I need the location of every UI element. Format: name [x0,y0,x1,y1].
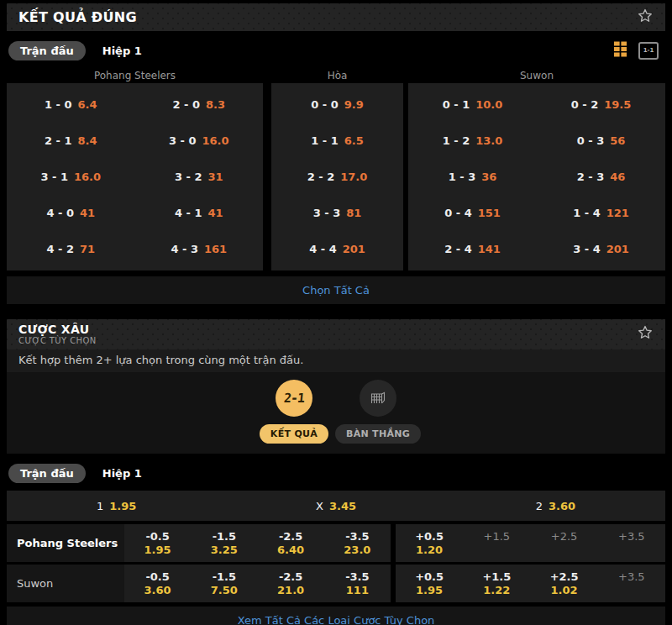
option-goals[interactable]: BÀN THẮNG [342,380,414,444]
handicap-line: -1.5 [213,570,236,584]
score-label: 1 - 2 [443,134,470,147]
score-view-icon[interactable]: 1-1 [638,42,659,60]
score-label: 2 - 2 [307,171,335,183]
score-label: 1 - 3 [449,171,476,183]
score-odds-item[interactable]: 2 - 18.4 [45,134,97,147]
score-label: 4 - 0 [46,207,74,219]
score-label: 2 - 4 [444,243,472,255]
score-odds-item[interactable]: 3 - 4201 [573,243,629,255]
handicap-cell[interactable]: +2.51.02 [531,565,598,602]
correct-score-panels: 1 - 06.4 2 - 08.3 2 - 18.4 3 - 016.0 3 -… [7,83,665,270]
handicap-cell: +3.5 [598,524,665,562]
score-odds-item[interactable]: 0 - 110.0 [443,98,503,111]
odds-value: 46 [610,171,625,183]
handicap-cell[interactable]: +1.51.22 [463,565,530,602]
score-odds-item[interactable]: 4 - 4201 [309,243,365,255]
odds-value: 161 [204,243,227,255]
odds-cell-home-win[interactable]: 1 1.95 [7,491,226,521]
scoreboard-digits: 2-1 [283,391,305,406]
score-odds-item[interactable]: 2 - 217.0 [307,171,368,183]
score-odds-item[interactable]: 3 - 116.0 [40,171,101,183]
view-all-bets-link[interactable]: Xem Tất Cả Các Loại Cược Tùy Chọn [7,607,665,625]
score-odds-item[interactable]: 1 - 213.0 [443,134,503,147]
score-odds-item[interactable]: 3 - 231 [175,171,223,183]
score-odds-item[interactable]: 4 - 271 [46,243,95,255]
odds-value: 16.0 [202,134,228,147]
handicap-line: -2.5 [279,530,302,544]
score-odds-item[interactable]: 0 - 4151 [444,207,501,219]
score-odds-item[interactable]: 1 - 06.4 [45,98,97,111]
grid-view-icon[interactable] [612,40,628,61]
odds-value: 10.0 [475,98,502,111]
score-odds-item[interactable]: 2 - 346 [577,171,626,183]
odds-value: 3.45 [329,500,356,512]
odds-value: 17.0 [340,171,367,183]
odds-value: 16.0 [74,171,101,183]
parlay-header: CƯỢC XÂU CƯỢC TÙY CHỌN [7,319,665,349]
score-odds-item[interactable]: 4 - 041 [46,207,95,219]
odds-value: 56 [610,134,625,147]
correct-score-column-headers: Pohang Steelers Hòa Suwon [7,68,665,83]
odds-cell-draw[interactable]: X 3.45 [226,491,445,521]
handicap-cell[interactable]: -3.523.0 [324,524,391,562]
odds-value: 8.3 [206,98,225,111]
odds-cell-away-win[interactable]: 2 3.60 [446,491,665,521]
score-label: 4 - 1 [175,207,202,219]
score-odds-item[interactable]: 0 - 356 [577,134,626,147]
favorite-star-icon[interactable] [637,324,654,344]
score-odds-item[interactable]: 1 - 16.5 [311,134,364,147]
tab-first-half[interactable]: Hiệp 1 [102,467,142,480]
handicap-odds: 1.22 [483,584,510,597]
score-odds-item[interactable]: 1 - 336 [449,171,497,183]
handicap-line: -0.5 [145,530,169,544]
handicap-cell[interactable]: -2.56.40 [258,524,324,562]
odds-value: 3.60 [549,500,575,512]
odds-value: 6.5 [344,134,364,147]
tab-first-half[interactable]: Hiệp 1 [102,45,142,57]
odds-value: 121 [606,207,629,219]
score-odds-item[interactable]: 4 - 141 [175,207,223,219]
odds-value: 81 [346,207,361,219]
score-odds-item[interactable]: 4 - 3161 [171,243,227,255]
score-odds-item[interactable]: 1 - 4121 [573,207,629,219]
score-label: 1 - 4 [573,207,601,219]
parlay-subtitle: CƯỢC TÙY CHỌN [18,336,97,346]
score-label: 1 - 1 [311,134,339,147]
score-label: 0 - 1 [443,98,470,111]
handicap-row-away: Suwon -0.53.60 -1.57.50 -2.521.0 -3.5111… [7,565,665,602]
handicap-cell[interactable]: +0.51.20 [396,524,463,562]
favorite-star-icon[interactable] [637,8,654,28]
score-odds-item[interactable]: 0 - 09.9 [311,98,364,111]
handicap-line: +1.5 [484,530,511,544]
score-odds-item[interactable]: 2 - 08.3 [172,98,225,111]
handicap-cell[interactable]: -2.521.0 [258,565,324,602]
option-correct-score[interactable]: 2-1 KẾT QUẢ [258,380,330,444]
score-label: 3 - 1 [40,171,68,183]
handicap-cell[interactable]: +0.51.95 [396,565,463,602]
odds-value: 19.5 [604,98,631,111]
goal-icon [360,380,396,417]
handicap-odds: 1.95 [144,544,171,557]
tab-match[interactable]: Trận đấu [8,464,86,483]
handicap-line: -3.5 [345,530,369,544]
score-label: 0 - 2 [571,98,599,111]
select-all-link[interactable]: Chọn Tất Cả [7,276,665,304]
away-score-panel: 0 - 110.0 0 - 219.5 1 - 213.0 0 - 356 1 … [408,83,665,270]
handicap-line: +2.5 [551,530,578,544]
parlay-options: 2-1 KẾT QUẢ BÀN THẮNG [7,372,665,454]
tab-match[interactable]: Trận đấu [8,41,86,60]
score-label: 3 - 4 [573,243,601,255]
selection-label: X [316,500,323,512]
one-x-two-row: 1 1.95 X 3.45 2 3.60 [7,491,665,521]
handicap-cell[interactable]: -1.57.50 [191,565,257,602]
handicap-odds: 3.25 [211,544,238,557]
handicap-cell[interactable]: -0.53.60 [124,565,191,602]
score-odds-item[interactable]: 0 - 219.5 [571,98,632,111]
handicap-cell[interactable]: -3.5111 [324,565,391,602]
draw-score-panel: 0 - 09.9 1 - 16.5 2 - 217.0 3 - 381 4 - … [271,83,403,270]
handicap-cell[interactable]: -1.53.25 [191,524,257,562]
score-odds-item[interactable]: 3 - 016.0 [169,134,229,147]
score-odds-item[interactable]: 3 - 381 [313,207,362,219]
score-odds-item[interactable]: 2 - 4141 [444,243,501,255]
handicap-cell[interactable]: -0.51.95 [124,524,191,562]
